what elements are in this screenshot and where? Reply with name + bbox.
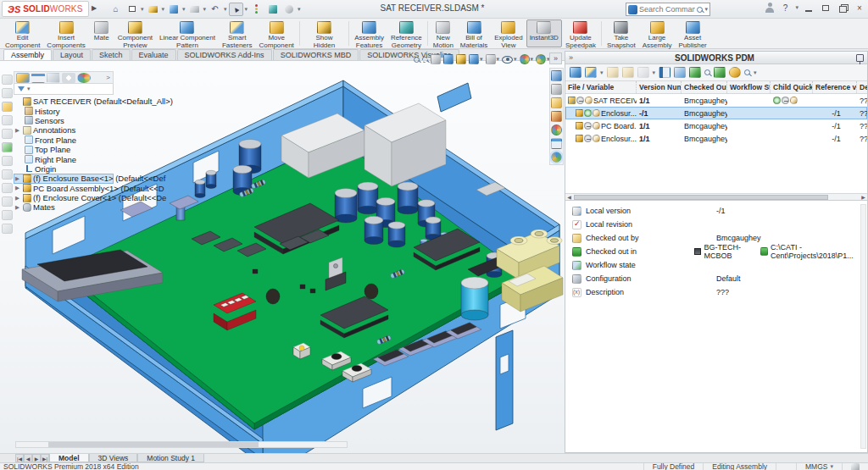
pdm-check-out-icon[interactable] bbox=[622, 67, 634, 78]
ribbon-button-reference-geometry[interactable]: Reference Geometry bbox=[387, 19, 426, 47]
feature-tree-tab-icon[interactable] bbox=[16, 73, 30, 83]
tree-item-front-plane[interactable]: Front Plane bbox=[14, 135, 114, 145]
hide-show-items-icon[interactable] bbox=[502, 56, 513, 64]
pdm-search-caret-icon[interactable]: ▾ bbox=[754, 69, 757, 76]
undo-caret-icon[interactable]: ▾ bbox=[224, 6, 227, 13]
tree-filter-box[interactable]: ▾ bbox=[14, 84, 114, 95]
pdm-get-version-icon[interactable] bbox=[637, 67, 649, 78]
pdm-workflow-icon[interactable] bbox=[674, 67, 686, 78]
close-button[interactable]: × bbox=[853, 2, 866, 14]
appearance-caret-icon[interactable]: ▾ bbox=[531, 56, 534, 63]
ribbon-button-move-component[interactable]: Move Component▾ bbox=[255, 19, 297, 47]
previous-view-icon[interactable] bbox=[431, 54, 441, 64]
tab-nav-next-icon[interactable]: ▶ bbox=[32, 454, 41, 462]
table-tool-icon[interactable] bbox=[2, 169, 13, 180]
table-tool-icon[interactable] bbox=[2, 115, 13, 125]
pdm-file-list-icon[interactable] bbox=[659, 67, 670, 78]
pdm-v-scrollbar[interactable] bbox=[860, 204, 866, 449]
section-view-icon[interactable] bbox=[443, 54, 453, 64]
expand-arrow-icon[interactable]: ▶ bbox=[15, 175, 21, 182]
table-tool-icon[interactable] bbox=[2, 129, 13, 139]
open-icon[interactable] bbox=[146, 3, 160, 16]
apply-scene-icon[interactable] bbox=[536, 54, 546, 64]
tree-item-origin[interactable]: Origin bbox=[14, 164, 114, 174]
print-caret-icon[interactable]: ▾ bbox=[203, 6, 207, 13]
pdm-h-scrollbar-thumb[interactable] bbox=[574, 195, 828, 200]
rebuild-traffic-light-icon[interactable] bbox=[249, 3, 264, 16]
maximize-button[interactable] bbox=[819, 2, 832, 14]
ribbon-button-asset-publisher[interactable]: Asset Publisher bbox=[675, 19, 709, 47]
ribbon-button-exploded-view[interactable]: Exploded View▾ bbox=[491, 19, 526, 47]
table-tool-icon[interactable] bbox=[2, 75, 13, 85]
tab-motion-study-1[interactable]: Motion Study 1 bbox=[137, 454, 204, 462]
tree-item-mates[interactable]: ▶Mates bbox=[14, 202, 114, 212]
tab-nav-prev-icon[interactable]: ◀ bbox=[24, 454, 32, 462]
display-style-icon[interactable] bbox=[486, 54, 496, 64]
table-row-sat-receiver[interactable]: SAT RECEIVER 1/1 Bmcgaughey ??? bbox=[565, 94, 867, 107]
dimxpert-tab-icon[interactable] bbox=[62, 73, 75, 83]
ribbon-button-instant3d[interactable]: Instant3D bbox=[526, 19, 562, 47]
ribbon-button-edit-component[interactable]: Edit Component bbox=[2, 19, 43, 47]
restore-button[interactable] bbox=[836, 2, 849, 14]
table-tool-icon[interactable] bbox=[2, 196, 13, 207]
status-units-selector[interactable]: MMGS▾ bbox=[796, 463, 842, 470]
pdm-vault-icon[interactable] bbox=[689, 67, 701, 78]
scroll-left-icon[interactable]: ◀ bbox=[565, 194, 573, 201]
ribbon-button-update-speedpak[interactable]: Update Speedpak bbox=[562, 19, 599, 47]
tree-item-annotations[interactable]: ▶Annotations bbox=[14, 125, 114, 135]
enclosure-right-bracket[interactable] bbox=[496, 330, 513, 430]
design-library-icon[interactable] bbox=[551, 84, 562, 95]
help-button[interactable]: ? bbox=[778, 2, 792, 14]
tab-model[interactable]: Model bbox=[49, 454, 89, 462]
tree-item-right-plane[interactable]: Right Plane bbox=[14, 154, 114, 163]
ribbon-button-new-motion-study[interactable]: New Motion Study bbox=[430, 19, 457, 47]
pdm-h-scrollbar[interactable]: ◀ ▶ bbox=[565, 193, 867, 201]
hide-show-caret-icon[interactable]: ▾ bbox=[514, 56, 517, 63]
tree-item-enclosure-cover[interactable]: ▶(f) Enclosure Cover<1> (Default<<De bbox=[14, 193, 114, 202]
table-tool-icon[interactable] bbox=[2, 224, 13, 234]
view-palette-icon[interactable] bbox=[551, 111, 562, 122]
filter-caret-icon[interactable]: ▾ bbox=[27, 86, 31, 92]
table-row-pc-board[interactable]: PC Board... 1/1 Bmcgaughey -/1 ??? bbox=[565, 119, 867, 132]
home-icon[interactable]: ⌂ bbox=[108, 3, 123, 16]
property-manager-tab-icon[interactable] bbox=[31, 73, 45, 83]
display-style-caret-icon[interactable]: ▾ bbox=[497, 56, 500, 63]
tree-item-top-plane[interactable]: Top Plane bbox=[14, 145, 114, 154]
tab-assembly[interactable]: Assembly bbox=[3, 49, 52, 60]
ribbon-button-assembly-features[interactable]: Assembly Features bbox=[351, 19, 387, 47]
graphics-h-scrollbar-thumb[interactable] bbox=[48, 442, 259, 447]
file-explorer-icon[interactable] bbox=[551, 97, 562, 108]
pdm-new-caret-icon[interactable]: ▾ bbox=[600, 69, 604, 76]
custom-properties-icon[interactable] bbox=[551, 138, 562, 149]
edit-appearance-icon[interactable] bbox=[520, 54, 530, 64]
tree-item-sensors[interactable]: Sensors bbox=[14, 116, 114, 125]
table-row-enclosure-cover[interactable]: Enclosur... 1/1 Bmcgaughey -/1 ??? bbox=[565, 132, 867, 145]
pdm-get-version-caret-icon[interactable]: ▾ bbox=[653, 69, 656, 76]
expand-arrow-icon[interactable]: ▶ bbox=[15, 195, 21, 202]
expand-arrow-icon[interactable]: ▶ bbox=[15, 204, 21, 211]
table-tool-icon[interactable] bbox=[2, 142, 13, 152]
ribbon-button-bill-of-materials[interactable]: Bill of Materials bbox=[457, 19, 491, 47]
tree-item-root[interactable]: SAT RECEIVER (Default<Default_All>) bbox=[14, 97, 114, 106]
table-tool-icon[interactable] bbox=[2, 210, 13, 220]
select-cursor-icon[interactable]: ▲ bbox=[229, 3, 243, 16]
pdm-check-in-icon[interactable] bbox=[607, 67, 619, 78]
file-properties-icon[interactable] bbox=[265, 3, 280, 16]
pin-icon[interactable] bbox=[856, 54, 864, 62]
expand-arrow-icon[interactable]: ▶ bbox=[15, 127, 21, 134]
ribbon-button-smart-fasteners[interactable]: Smart Fasteners bbox=[219, 19, 256, 47]
search-icon[interactable] bbox=[697, 7, 703, 13]
tree-item-enclosure-base[interactable]: ▶(f) Enclosure Base<1> (Default<<Def bbox=[14, 174, 114, 183]
tab-nav-first-icon[interactable]: |◀ bbox=[15, 454, 24, 462]
login-person-icon[interactable] bbox=[765, 3, 775, 13]
ribbon-button-large-assembly-mode[interactable]: Large Assembly Mode bbox=[639, 19, 676, 47]
ribbon-button-insert-components[interactable]: Insert Components▾ bbox=[43, 19, 88, 47]
tab-3d-views[interactable]: 3D Views bbox=[89, 454, 138, 462]
scroll-right-icon[interactable]: ▶ bbox=[860, 194, 867, 201]
table-tool-icon[interactable] bbox=[2, 183, 13, 193]
pdm-table-header[interactable]: File / Variable Version Number Checked O… bbox=[565, 81, 867, 94]
pdm-pane-icon[interactable] bbox=[551, 152, 562, 163]
search-commands-box[interactable]: ▾ bbox=[626, 3, 710, 16]
help-caret-icon[interactable]: ▾ bbox=[795, 4, 798, 11]
zoom-to-fit-icon[interactable] bbox=[414, 57, 420, 63]
